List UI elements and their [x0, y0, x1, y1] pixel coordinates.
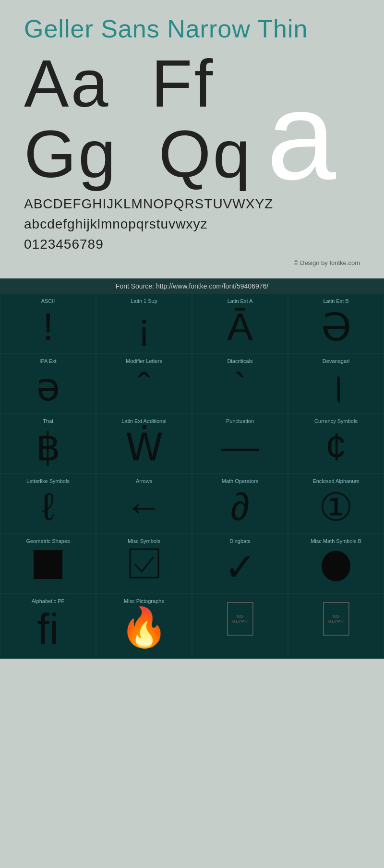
label-latinextadd: Latin Ext Additional [96, 414, 192, 425]
label-currency: Currency Symbols [288, 414, 384, 425]
font-title: Geller Sans Narrow Thin [24, 14, 360, 43]
design-credit: © Design by fontke.com [24, 259, 360, 269]
svg-rect-1 [130, 549, 158, 578]
font-source-text: Font Source: http://www.fontke.com/font/… [116, 282, 268, 290]
label-alphapf: Alphabetic PF [0, 594, 96, 605]
label-noglyph2 [288, 594, 384, 599]
symbol-modletters: ˆ [96, 365, 192, 413]
symbol-ipaext: ə [0, 365, 96, 413]
symbol-thai: ฿ [0, 425, 96, 473]
svg-rect-0 [34, 550, 62, 579]
label-ascii: ASCII [0, 294, 96, 305]
glyph-block-6: Alphabetic PF ﬁ Misc Pictographs 🔥 NOGLY… [0, 594, 384, 659]
symbol-letterlike: ℓ [0, 485, 96, 533]
label-latinexta: Latin Ext A [192, 294, 288, 305]
glyph-cell-noglyph2: NOGLYPH [288, 594, 384, 659]
symbol-latinextb: Ə [288, 305, 384, 353]
glyph-cell-miscmathb: Misc Math Symbols B [288, 534, 384, 594]
glyph-cell-geoshapes: Geometric Shapes [0, 534, 96, 594]
glyph-cell-currency: Currency Symbols ¢ [288, 414, 384, 474]
glyph-cell-latinextadd: Latin Ext Additional Ẇ [96, 414, 192, 474]
symbol-ascii: ! [0, 305, 96, 353]
symbol-diacriticals: ` [192, 365, 288, 413]
glyph-cell-latin1sup: Latin 1 Sup ¡ [96, 294, 192, 354]
symbol-dingbats: ✓ [192, 545, 288, 593]
glyph-cell-miscpicto: Misc Pictographs 🔥 [96, 594, 192, 659]
sample-glyphs-display: Aa Ff Gg Qq a [24, 48, 360, 189]
symbol-mathops: ∂ [192, 485, 288, 533]
glyph-cell-thai: Thai ฿ [0, 414, 96, 474]
symbol-arrows: ← [96, 485, 192, 533]
glyph-cell-ascii: ASCII ! [0, 294, 96, 354]
glyph-cell-diacriticals: Diacriticals ` [192, 354, 288, 414]
label-dingbats: Dingbats [192, 534, 288, 545]
symbol-miscmathb [288, 545, 384, 588]
symbol-latinexta: Ā [192, 305, 288, 353]
label-latin1sup: Latin 1 Sup [96, 294, 192, 305]
glyph-cell-punctuation: Punctuation — [192, 414, 288, 474]
glyph-block-3: Thai ฿ Latin Ext Additional Ẇ Punctuatio… [0, 414, 384, 474]
sample-row1: Aa Ff [24, 48, 252, 119]
glyph-cell-noglyph1: NOGLYPH [192, 594, 288, 659]
label-noglyph1 [192, 594, 288, 599]
glyph-cell-modletters: Modifier Letters ˆ [96, 354, 192, 414]
symbol-alphapf: ﬁ [0, 605, 96, 658]
label-punctuation: Punctuation [192, 414, 288, 425]
label-mathops: Math Operators [192, 474, 288, 485]
label-diacriticals: Diacriticals [192, 354, 288, 365]
noglyph-box-1: NOGLYPH [227, 602, 253, 636]
symbol-currency: ¢ [288, 425, 384, 473]
glyph-cell-enclosedal: Enclosed Alphanum ① [288, 474, 384, 534]
label-arrows: Arrows [96, 474, 192, 485]
symbol-latin1sup: ¡ [96, 305, 192, 353]
glyph-grid-section: ASCII ! Latin 1 Sup ¡ Latin Ext A Ā Lati… [0, 294, 384, 659]
lower-alphabet: abcdefghijklmnopqrstuvwxyz [24, 214, 360, 234]
symbol-enclosedal: ① [288, 485, 384, 533]
symbol-noglyph2: NOGLYPH [288, 599, 384, 642]
svg-point-2 [322, 551, 350, 581]
font-source-bar: Font Source: http://www.fontke.com/font/… [0, 278, 384, 294]
symbol-miscpicto: 🔥 [96, 605, 192, 654]
label-miscsymbols: Misc Symbols [96, 534, 192, 545]
glyph-block-1: ASCII ! Latin 1 Sup ¡ Latin Ext A Ā Lati… [0, 294, 384, 354]
glyph-cell-letterlike: Letterlike Symbols ℓ [0, 474, 96, 534]
label-miscmathb: Misc Math Symbols B [288, 534, 384, 545]
sample-row2: Gg Qq [24, 119, 252, 189]
header-section: Geller Sans Narrow Thin Aa Ff Gg Qq a AB… [0, 0, 384, 278]
label-modletters: Modifier Letters [96, 354, 192, 365]
label-enclosedal: Enclosed Alphanum [288, 474, 384, 485]
glyph-cell-latinexta: Latin Ext A Ā [192, 294, 288, 354]
glyph-block-5: Geometric Shapes Misc Symbols Dingbats ✓… [0, 534, 384, 594]
symbol-devanagari: । [288, 365, 384, 413]
symbol-punctuation: — [192, 425, 288, 473]
glyph-block-4: Letterlike Symbols ℓ Arrows ← Math Opera… [0, 474, 384, 534]
label-letterlike: Letterlike Symbols [0, 474, 96, 485]
label-devanagari: Devanagari [288, 354, 384, 365]
label-miscpicto: Misc Pictographs [96, 594, 192, 605]
sample-large-a: a [266, 83, 336, 189]
glyph-cell-alphapf: Alphabetic PF ﬁ [0, 594, 96, 659]
glyph-cell-dingbats: Dingbats ✓ [192, 534, 288, 594]
symbol-miscsymbols [96, 545, 192, 588]
label-latinextb: Latin Ext B [288, 294, 384, 305]
glyph-cell-ipaext: IPA Ext ə [0, 354, 96, 414]
symbol-latinextadd: Ẇ [96, 425, 192, 473]
label-geoshapes: Geometric Shapes [0, 534, 96, 545]
glyph-cell-mathops: Math Operators ∂ [192, 474, 288, 534]
glyph-cell-arrows: Arrows ← [96, 474, 192, 534]
glyph-cell-miscsymbols: Misc Symbols [96, 534, 192, 594]
label-ipaext: IPA Ext [0, 354, 96, 365]
glyph-cell-latinextb: Latin Ext B Ə [288, 294, 384, 354]
label-thai: Thai [0, 414, 96, 425]
numbers: 0123456789 [24, 234, 360, 254]
glyph-block-2: IPA Ext ə Modifier Letters ˆ Diacritical… [0, 354, 384, 414]
symbol-noglyph1: NOGLYPH [192, 599, 288, 642]
glyph-cell-devanagari: Devanagari । [288, 354, 384, 414]
symbol-geoshapes [0, 545, 96, 588]
noglyph-box-2: NOGLYPH [323, 602, 349, 636]
